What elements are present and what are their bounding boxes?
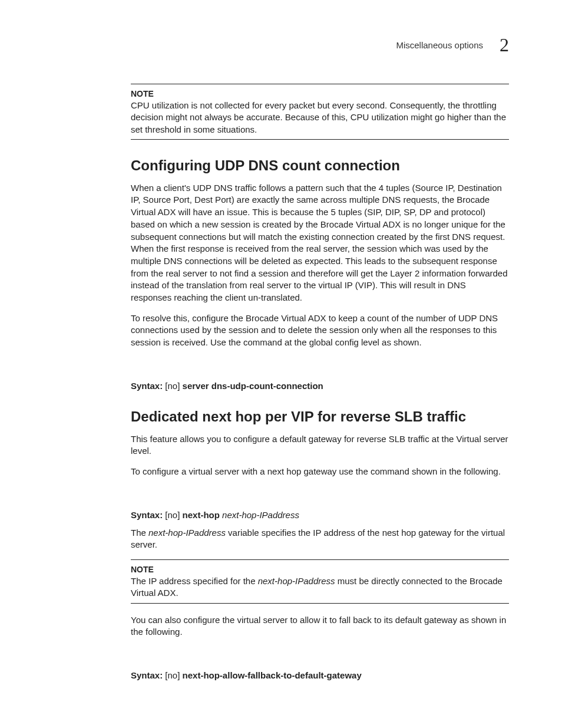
note1-rule-bottom [131,139,509,140]
running-header-title: Miscellaneous options [396,40,483,50]
section1-para2: To resolve this, configure the Brocade V… [131,312,509,349]
syntax2-no: [no] [165,670,182,680]
chapter-number: 2 [500,35,509,54]
syntax-cmd: server dns-udp-count-connection [183,381,323,391]
syntax-no: [no] [165,381,182,391]
section1-heading: Configuring UDP DNS count connection [131,157,509,174]
section1-para1: When a client's UDP DNS traffic follows … [131,182,509,304]
syntax1-label: Syntax: [131,510,165,520]
syntax2-cmd: next-hop-allow-fallback-to-default-gatew… [183,670,362,680]
para3-var: next-hop-IPaddress [148,528,226,538]
para3-pre: The [131,528,148,538]
syntax1-cmd: next-hop [183,510,223,520]
section2-heading: Dedicated next hop per VIP for reverse S… [131,409,509,425]
note2-var: next-hop-IPaddress [258,576,335,586]
syntax2-label: Syntax: [131,670,165,680]
section2-para4: You can also configure the virtual serve… [131,614,509,638]
note1-label: NOTE [131,89,509,98]
note2-pre: The IP address specified for the [131,576,258,586]
note1-body: CPU utilization is not collected for eve… [131,100,509,136]
note2-label: NOTE [131,565,509,574]
syntax-label: Syntax: [131,381,165,391]
page: Miscellaneous options 2 NOTE CPU utiliza… [0,0,562,728]
page-content: NOTE CPU utilization is not collected fo… [131,35,509,680]
note2-rule-top [131,559,509,560]
note2-body: The IP address specified for the next-ho… [131,575,509,599]
section1-syntax: Syntax: [no] server dns-udp-count-connec… [131,381,509,391]
note2-rule-bottom [131,603,509,604]
section2-syntax2: Syntax: [no] next-hop-allow-fallback-to-… [131,670,509,680]
running-header: Miscellaneous options 2 [396,35,509,54]
note2-block: NOTE The IP address specified for the ne… [131,565,509,599]
section2-para3: The next-hop-IPaddress variable specifie… [131,527,509,551]
note1-rule-top [131,84,509,84]
section2-para2: To configure a virtual server with a nex… [131,466,509,478]
section2-syntax1: Syntax: [no] next-hop next-hop-IPaddress [131,510,509,520]
section2-para1: This feature allows you to configure a d… [131,433,509,457]
note1-block: NOTE CPU utilization is not collected fo… [131,89,509,136]
syntax1-no: [no] [165,510,182,520]
syntax1-arg: next-hop-IPaddress [222,510,299,520]
